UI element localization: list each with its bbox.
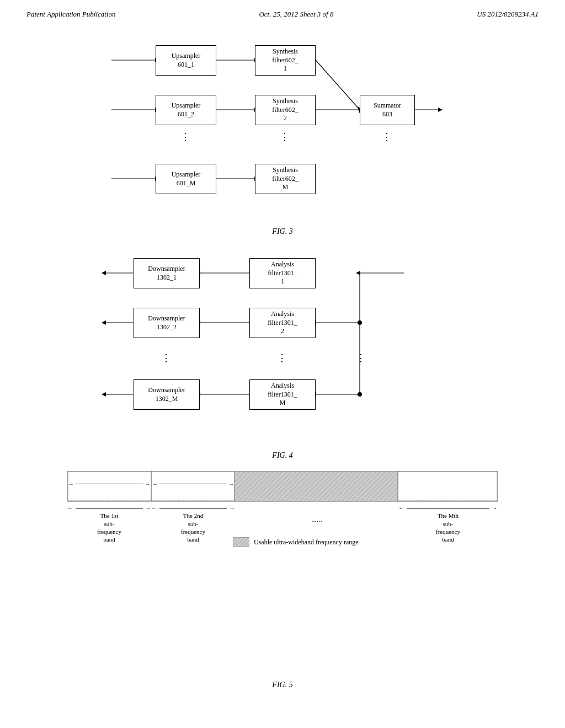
synthesis-filter-2: Synthesisfilter602_2 [255,95,316,125]
fig3-diagram: Upsampler601_1 Upsampler601_2 Upsampler6… [89,34,476,222]
summator: Summator603 [360,95,415,125]
page-header: Patent Application Publication Oct. 25, … [0,0,565,23]
svg-rect-44 [398,472,497,500]
svg-marker-38 [102,392,106,397]
upsampler-M: Upsampler601_M [156,164,216,194]
header-publication: Patent Application Publication [26,10,116,19]
fig3-dots-summator: ⋮ [382,131,393,143]
svg-rect-42 [68,472,151,500]
band2-label: ←→ The 2ndsub-frequencyband [151,504,235,543]
header-patent-number: US 2012/0269234 A1 [477,10,539,19]
diagrams-section: Upsampler601_1 Upsampler601_2 Upsampler6… [0,23,565,711]
fig3-label: FIG. 3 [33,227,532,236]
band1-label: ←→ The 1stsub-frequencyband [67,504,151,543]
svg-point-22 [358,392,362,397]
upsampler-1: Upsampler601_1 [156,45,216,76]
fig5-legend: Usable ultra-wideband frequency range [233,537,359,547]
svg-rect-43 [152,472,234,500]
fig5-diagram: ← → ← → ←→ The 1stsub-frequencyban [67,471,498,570]
analysis-filter-1: Analysisfilter1301_1 [249,258,316,288]
svg-marker-36 [102,320,106,325]
bandM-label: ←→ The Mthsub-frequencyband [398,504,498,543]
svg-line-12 [316,60,360,110]
fig4-label: FIG. 4 [33,451,532,460]
analysis-filter-2: Analysisfilter1301_2 [249,308,316,338]
svg-marker-34 [102,271,106,275]
downsampler-1: Downsampler1302_1 [134,258,200,288]
fig4-dots-analysis: ⋮ [277,352,288,364]
svg-point-21 [358,320,362,325]
synthesis-filter-1: Synthesisfilter602_1 [255,45,316,76]
upsampler-2: Upsampler601_2 [156,95,216,125]
header-date-sheet: Oct. 25, 2012 Sheet 3 of 8 [259,10,333,19]
svg-marker-17 [438,108,443,112]
fig3-dots-filters: ⋮ [280,131,291,143]
downsampler-M: Downsampler1302_M [134,379,200,410]
fig4-diagram: Downsampler1302_1 Downsampler1302_2 Down… [89,247,476,446]
svg-marker-20 [356,271,360,275]
fig4-dots-downsamplers: ⋮ [161,352,172,364]
downsampler-2: Downsampler1302_2 [134,308,200,338]
svg-rect-50 [233,537,249,547]
fig5-label: FIG. 5 [33,681,532,689]
fig5-freq-bar-svg [67,471,498,507]
analysis-filter-M: Analysisfilter1301_M [249,379,316,410]
fig3-dots-upsamplers: ⋮ [180,131,191,143]
fig4-dots-right: ⋮ [356,352,367,364]
synthesis-filter-M: Synthesisfilter602_M [255,164,316,194]
legend-text: Usable ultra-wideband frequency range [254,538,359,547]
